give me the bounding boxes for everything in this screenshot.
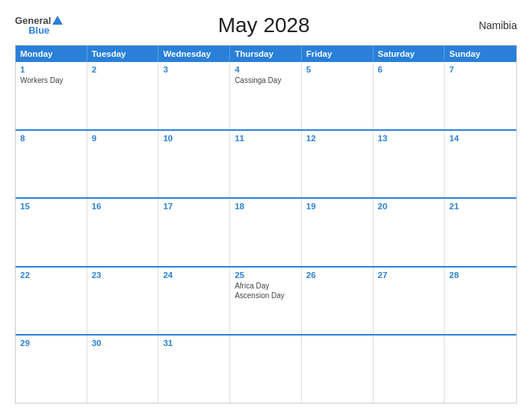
cell-may27: 27: [374, 268, 445, 335]
cell-may15: 15: [16, 199, 87, 266]
header-sunday: Sunday: [445, 46, 516, 62]
header-thursday: Thursday: [230, 46, 302, 62]
logo-blue-text: Blue: [28, 25, 49, 35]
cell-may16: 16: [87, 199, 159, 266]
cell-empty-3: [374, 336, 445, 403]
header-friday: Friday: [302, 46, 374, 62]
calendar-row-1: 1 Workers Day 2 3 4 Cassinga Day 5 6: [16, 62, 516, 131]
cell-may26: 26: [302, 268, 374, 335]
calendar-row-5: 29 30 31: [16, 336, 516, 403]
calendar-body: 1 Workers Day 2 3 4 Cassinga Day 5 6: [16, 62, 516, 403]
cell-may29: 29: [16, 336, 87, 403]
calendar-title: May 2028: [63, 13, 465, 37]
cell-may14: 14: [445, 131, 516, 198]
cell-empty-2: [302, 336, 374, 403]
cell-may13: 13: [374, 131, 445, 198]
cell-may30: 30: [87, 336, 159, 403]
cell-may7: 7: [445, 62, 516, 129]
cell-may25: 25 Africa Day Ascension Day: [230, 268, 302, 335]
cell-may31: 31: [158, 336, 230, 403]
logo-triangle-icon: [52, 16, 63, 25]
cell-may28: 28: [445, 268, 516, 335]
cell-may9: 9: [87, 131, 159, 198]
cell-may17: 17: [158, 199, 230, 266]
cell-may19: 19: [302, 199, 374, 266]
cell-may18: 18: [230, 199, 302, 266]
cell-may6: 6: [374, 62, 445, 129]
cell-empty-4: [445, 336, 516, 403]
cell-may8: 8: [16, 131, 87, 198]
header-monday: Monday: [16, 46, 87, 62]
header-saturday: Saturday: [374, 46, 445, 62]
page: General Blue May 2028 Namibia Monday Tue…: [0, 0, 532, 411]
country-label: Namibia: [465, 19, 517, 31]
cell-may20: 20: [374, 199, 445, 266]
calendar-row-2: 8 9 10 11 12 13 14: [16, 131, 516, 200]
calendar-row-4: 22 23 24 25 Africa Day Ascension Day 26 …: [16, 268, 516, 336]
cell-may4: 4 Cassinga Day: [230, 62, 302, 129]
cell-may23: 23: [87, 268, 159, 335]
cell-may22: 22: [16, 268, 87, 335]
header: General Blue May 2028 Namibia: [15, 13, 517, 37]
cell-may5: 5: [302, 62, 374, 129]
cell-may3: 3: [158, 62, 230, 129]
cell-may1: 1 Workers Day: [16, 62, 87, 129]
calendar-header: Monday Tuesday Wednesday Thursday Friday…: [16, 46, 516, 62]
cell-may21: 21: [445, 199, 516, 266]
header-wednesday: Wednesday: [158, 46, 230, 62]
cell-may2: 2: [87, 62, 159, 129]
cell-empty-1: [230, 336, 302, 403]
header-tuesday: Tuesday: [87, 46, 159, 62]
cell-may11: 11: [230, 131, 302, 198]
cell-may12: 12: [302, 131, 374, 198]
logo: General Blue: [15, 16, 63, 35]
cell-may10: 10: [158, 131, 230, 198]
cell-may24: 24: [158, 268, 230, 335]
calendar: Monday Tuesday Wednesday Thursday Friday…: [15, 45, 517, 404]
calendar-row-3: 15 16 17 18 19 20 21: [16, 199, 516, 268]
